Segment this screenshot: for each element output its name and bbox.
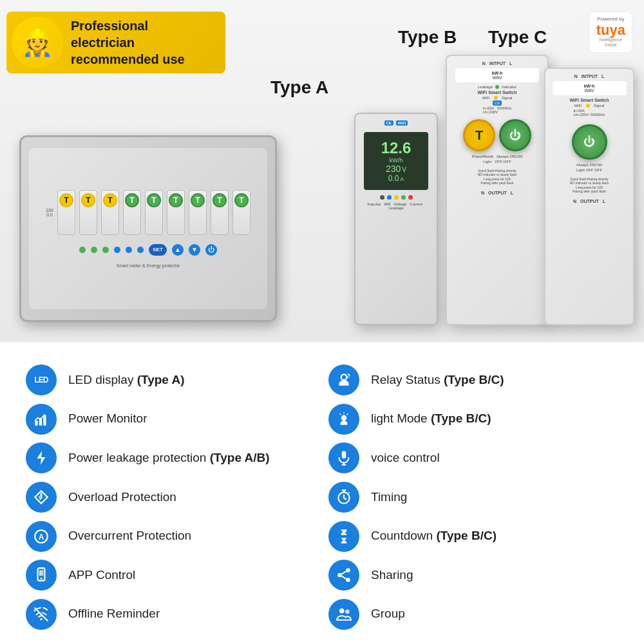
svg-point-0	[341, 375, 347, 381]
indicator-dot-yellow	[394, 195, 399, 200]
device-c-green-button[interactable]: ⏻	[572, 124, 607, 160]
indicator-dot-red	[408, 195, 413, 200]
svg-line-29	[341, 571, 346, 574]
power-monitor-icon	[26, 404, 57, 435]
feature-countdown-label: Countdown (Type B/C)	[371, 529, 497, 544]
device-c-specs: In:40AUn:230V~50/60Hz	[573, 109, 605, 117]
svg-point-25	[41, 578, 43, 580]
feature-sharing: Sharing	[328, 557, 618, 594]
svg-point-26	[346, 568, 350, 573]
device-b-yellow-button[interactable]: T	[463, 119, 495, 151]
feature-power-leakage: Power leakage protection (Type A/B)	[26, 440, 316, 477]
features-section: LED LED display (Type A) Relay Status (T…	[0, 343, 644, 644]
svg-point-34	[345, 609, 350, 614]
feature-led-display: LED LED display (Type A)	[26, 362, 316, 399]
status-dots-row: SET ▲ ▼ ⏻	[79, 244, 217, 256]
device-a-labels: Impulse Wifi Voltage Current Leakage	[361, 202, 431, 210]
banner-text: Professional electrician recommended use	[71, 17, 213, 68]
device-c-buttons: ⏻	[572, 124, 607, 160]
device-a-indicators	[380, 195, 413, 200]
feature-voice-control: voice control	[328, 440, 618, 477]
breaker-unit: T	[189, 190, 207, 235]
device-a-screen: 12.6 kW/h 230 V 0.0 A	[364, 132, 428, 190]
device-c-wifi-label: WiFi Smart Switch	[569, 98, 609, 102]
status-dot-blue	[126, 247, 132, 253]
device-b-header: NINTPUTL	[482, 61, 513, 66]
svg-text:V: V	[39, 495, 43, 501]
status-dot-green	[102, 247, 109, 253]
breaker-unit: T	[232, 190, 251, 235]
indicator-dot-blue	[387, 195, 392, 200]
electrician-banner: 👷 Professional electrician recommended u…	[6, 12, 225, 73]
breaker-inner: 2300.0 T T T T T T	[29, 148, 267, 309]
type-b-label: Type B	[398, 27, 457, 48]
breaker-unit: T	[211, 190, 229, 235]
device-c-output: NOUTPUTL	[573, 199, 605, 204]
tuya-brand: tuya	[596, 23, 625, 37]
status-dot-green	[91, 247, 97, 253]
feature-power-leakage-label: Power leakage protection (Type A/B)	[68, 451, 270, 466]
device-b-output: NOUTPUTL	[481, 191, 513, 195]
sharing-icon	[328, 560, 359, 591]
breaker-toggle: T	[81, 193, 95, 207]
screen-kwh-unit: kW/h	[390, 157, 403, 164]
wav-label: WAV	[458, 75, 536, 80]
svg-rect-24	[39, 571, 44, 576]
overload-protection-icon: V	[26, 482, 57, 513]
screen-current-display: 0.0 A	[388, 174, 404, 183]
breaker-toggle: T	[59, 193, 73, 207]
group-icon	[328, 599, 359, 630]
screen-voltage-display: 230 V	[386, 164, 406, 174]
feature-group-label: Group	[371, 607, 405, 621]
device-c-instructions: Quick flash:Pairing directlyNO indicator…	[567, 177, 612, 194]
breaker-unit: T	[167, 190, 185, 235]
feature-group: Group	[328, 596, 618, 632]
breaker-toggle-green: T	[213, 193, 227, 207]
svg-point-31	[40, 618, 42, 620]
timing-icon	[328, 482, 359, 513]
power-leakage-icon	[26, 442, 57, 473]
indicator-dot-green	[401, 195, 406, 200]
feature-offline-reminder: Offline Reminder	[26, 596, 316, 632]
powered-by-label: Powered by	[597, 16, 624, 22]
breaker-unit: T	[79, 190, 97, 235]
feature-power-monitor-label: Power Monitor	[68, 412, 147, 426]
feature-light-mode: light Mode (Type B/C)	[328, 401, 618, 438]
svg-point-6	[341, 415, 347, 421]
device-b-green-button[interactable]: ⏻	[499, 119, 531, 151]
svg-marker-10	[37, 451, 46, 466]
smart-meter-label: Smart meter & Energy protector	[117, 263, 180, 268]
status-dot-blue	[137, 247, 144, 253]
app-control-icon	[26, 560, 57, 591]
countdown-icon	[328, 521, 359, 552]
voice-control-icon	[328, 442, 359, 473]
feature-app-control: APP Control	[26, 557, 316, 594]
nav-up-button[interactable]: ▲	[172, 244, 184, 256]
feature-countdown: Countdown (Type B/C)	[328, 518, 618, 554]
svg-rect-5	[43, 415, 46, 425]
feature-timing-label: Timing	[371, 490, 407, 505]
nav-down-button[interactable]: ▼	[189, 244, 200, 256]
device-c-signal: WiFi Signal	[574, 104, 605, 108]
breaker-toggle-green: T	[147, 193, 161, 207]
tuya-subtitle: IntelligenceInside	[600, 37, 622, 48]
breaker-toggle-green: T	[234, 193, 249, 207]
feature-overcurrent: A Overcurrent Protection	[26, 518, 316, 554]
set-button[interactable]: SET	[149, 244, 167, 256]
feature-offline-reminder-label: Offline Reminder	[68, 607, 160, 621]
feature-sharing-label: Sharing	[371, 568, 413, 583]
svg-line-8	[340, 413, 341, 415]
breaker-unit: T	[57, 190, 75, 235]
tuya-logo: Powered by tuya IntelligenceInside	[589, 12, 632, 53]
device-c-header: NINTPUTL	[574, 74, 605, 79]
type-c-label: Type C	[488, 27, 547, 48]
circuit-breaker-box: 2300.0 T T T T T T	[19, 135, 277, 322]
svg-text:A: A	[39, 533, 44, 542]
breaker-toggle: T	[103, 193, 117, 207]
device-b-ce: CE	[493, 101, 502, 105]
avatar: 👷	[12, 17, 63, 68]
device-b-input-specs: In:63A 50/60HzUn:230V	[483, 106, 511, 114]
svg-line-20	[349, 492, 350, 493]
device-b-wifi-label: WiFi Smart Switch	[477, 90, 516, 95]
nav-power-button[interactable]: ⏻	[205, 244, 217, 256]
